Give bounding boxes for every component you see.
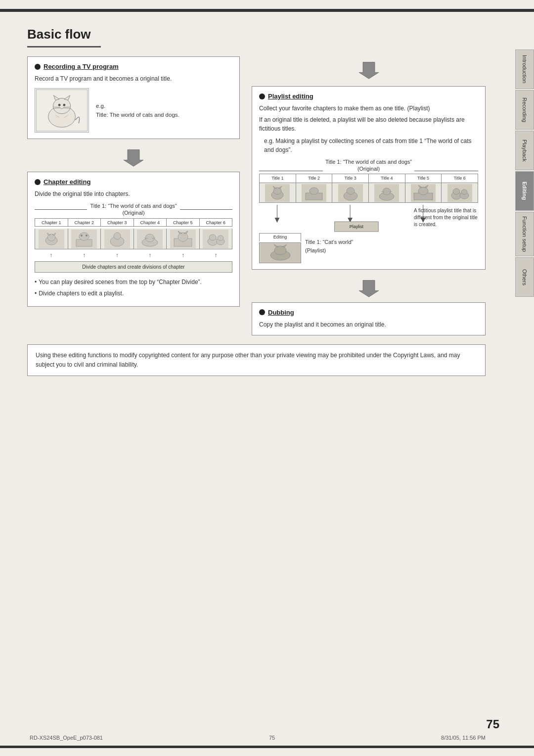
pl-images-row — [259, 183, 478, 203]
cat-caption: e.g. Title: The world of cats and dogs. — [96, 101, 179, 120]
up-arrow-2: ↑ — [83, 251, 86, 260]
svg-point-23 — [86, 235, 88, 236]
svg-point-6 — [63, 104, 65, 106]
bullet-recording — [35, 64, 41, 70]
svg-point-54 — [347, 188, 355, 194]
down-arrow-svg-1 — [124, 148, 143, 168]
pl-title-cell-6: Title 6 — [442, 174, 478, 183]
dubbing-body: Copy the playlist and it becomes an orig… — [259, 320, 478, 329]
chapter-editing-title: Chapter editing — [35, 178, 232, 186]
svg-point-42 — [218, 236, 223, 240]
svg-marker-13 — [124, 150, 143, 167]
pl-img-2 — [296, 183, 333, 202]
page-title: Basic flow — [27, 27, 101, 47]
playlist-diagram: Title 1: “The world of cats and dogs” (O… — [259, 158, 478, 263]
chapter-editing-section: Chapter editing Divide the original titl… — [27, 172, 240, 307]
pl-img-6 — [442, 183, 478, 202]
pl-title-cell-1: Title 1 — [260, 174, 296, 183]
ch-img-svg-4 — [137, 230, 163, 248]
bullet-playlist — [259, 94, 265, 99]
bullet-dubbing — [259, 309, 265, 315]
pl-img-1 — [260, 183, 296, 202]
two-column-layout: Recording a TV program Record a TV progr… — [27, 56, 486, 335]
chapter-diagram: Title 1: “The world of cats and dogs” (O… — [35, 202, 232, 273]
chapter-cell-4: Chapter 4 — [134, 219, 167, 227]
tab-recording[interactable]: Recording — [515, 90, 534, 130]
bottom-page-num: 75 — [269, 735, 275, 741]
pl-result-label: Title 1: “Cat’s world” (Playlist) — [305, 233, 353, 254]
chapter-arrows-row: ↑ ↑ ↑ ↑ ↑ ↑ — [35, 249, 232, 261]
chapter-cell-3: Chapter 3 — [101, 219, 134, 227]
recording-body: Record a TV program and it becomes a ori… — [35, 74, 232, 133]
pl-title-cell-2: Title 2 — [296, 174, 333, 183]
up-arrow-4: ↑ — [148, 251, 151, 260]
chapter-images-row — [35, 229, 232, 249]
chapter-diagram-label: Title 1: “The world of cats and dogs” (O… — [87, 202, 179, 217]
bullet-chapter — [35, 179, 41, 185]
svg-marker-43 — [359, 62, 379, 79]
ch-img-svg-6 — [203, 230, 228, 248]
page-number-display: 75 — [486, 717, 499, 731]
pl-line-left — [259, 171, 323, 171]
chapter-cell-5: Chapter 5 — [167, 219, 200, 227]
chapter-bullet-points: • You can play desired scenes from the t… — [35, 278, 232, 298]
pl-img-5 — [405, 183, 442, 202]
svg-point-68 — [453, 189, 460, 194]
tab-function-setup[interactable]: Function setup — [515, 212, 534, 256]
copyright-notice: Using these editing functions to modify … — [27, 344, 486, 376]
svg-point-35 — [178, 233, 188, 241]
playlist-editing-body: Collect your favorite chapters to make t… — [259, 104, 478, 263]
svg-point-22 — [81, 235, 83, 236]
ch-img-svg-5 — [170, 230, 196, 248]
chapter-img-2 — [68, 229, 101, 249]
chapter-cell-1: Chapter 1 — [35, 219, 68, 227]
tab-playback[interactable]: Playback — [515, 131, 534, 170]
bottom-border — [0, 746, 534, 748]
pl-connector-area: Playlist A fictitious playlist title tha… — [259, 205, 478, 232]
tab-introduction[interactable]: Introduction — [515, 49, 534, 89]
pl-title-cell-4: Title 4 — [369, 174, 405, 183]
svg-point-41 — [209, 235, 216, 240]
svg-text:Playlist: Playlist — [350, 224, 364, 229]
up-arrow-6: ↑ — [215, 251, 218, 260]
recording-title: Recording a TV program — [35, 63, 232, 70]
pl-title-cell-3: Title 3 — [332, 174, 369, 183]
down-arrow-svg-right-bottom — [359, 279, 379, 298]
chapter-cell-2: Chapter 2 — [68, 219, 101, 227]
chapter-editing-body: Divide the original title into chapters.… — [35, 189, 232, 298]
tab-editing[interactable]: Editing — [515, 171, 534, 211]
svg-point-57 — [383, 188, 391, 195]
pl-result-area: Editing — [259, 233, 478, 263]
bottom-doc-id: RD-XS24SB_OpeE_p073-081 — [30, 735, 103, 741]
arrow-down-right-top — [252, 60, 486, 80]
right-column: Playlist editing Collect your favorite c… — [252, 56, 486, 335]
svg-point-21 — [79, 233, 89, 240]
title-bar-line-left — [35, 209, 87, 210]
chapter-img-1 — [35, 229, 68, 249]
playlist-editing-section: Playlist editing Collect your favorite c… — [252, 86, 486, 270]
chapter-diagram-title-bar: Title 1: “The world of cats and dogs” (O… — [35, 202, 232, 217]
chapter-img-6 — [200, 229, 232, 249]
pl-result-box-area: Editing — [259, 233, 301, 263]
chapter-img-3 — [101, 229, 134, 249]
bottom-bar: RD-XS24SB_OpeE_p073-081 75 8/31/05, 11:5… — [0, 730, 515, 746]
left-column: Recording a TV program Record a TV progr… — [27, 56, 240, 335]
svg-marker-83 — [359, 280, 379, 297]
dubbing-section: Dubbing Copy the playlist and it becomes… — [252, 302, 486, 335]
pl-title-row: Title 1: “The world of cats and dogs” (O… — [259, 158, 478, 173]
svg-point-2 — [53, 98, 70, 114]
cat-drawing — [35, 88, 89, 133]
svg-point-80 — [274, 246, 286, 255]
pl-img-4 — [369, 183, 405, 202]
title-bar-line-right — [180, 209, 232, 210]
tab-others[interactable]: Others — [515, 257, 534, 297]
chapter-cells: Chapter 1 Chapter 2 Chapter 3 Chapter 4 … — [35, 218, 232, 227]
svg-marker-71 — [275, 218, 280, 223]
up-arrow-5: ↑ — [181, 251, 184, 260]
bottom-timestamp: 8/31/05, 11:56 PM — [441, 735, 486, 741]
chapter-bullet-2: • Divide chapters to edit a playlist. — [35, 289, 232, 298]
fictitious-label: A fictitious playlist title that is diff… — [414, 207, 478, 228]
ch-img-svg-1 — [39, 230, 64, 248]
pl-line-right — [414, 171, 478, 171]
dubbing-title: Dubbing — [259, 309, 478, 316]
